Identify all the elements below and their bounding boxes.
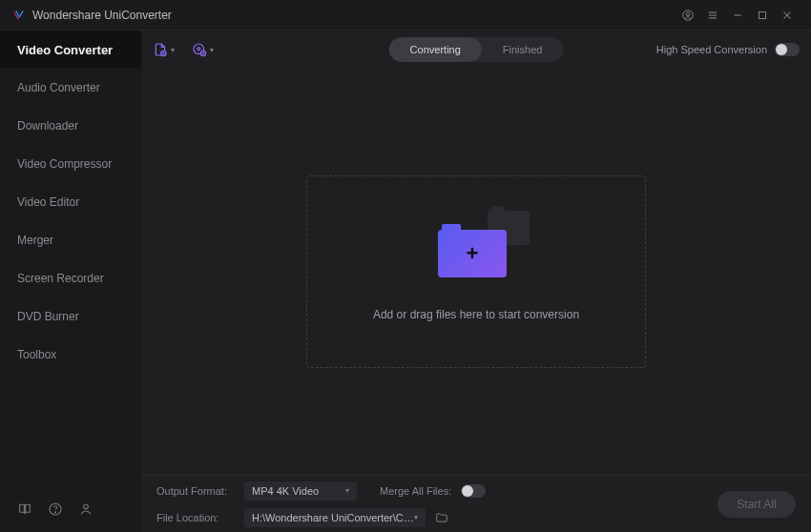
- tab-finished[interactable]: Finished: [482, 37, 564, 62]
- content-area: + Add or drag files here to start conver…: [141, 69, 811, 475]
- sidebar-item-label: DVD Burner: [17, 310, 79, 323]
- sidebar-item-label: Toolbox: [17, 348, 56, 361]
- status-tabs: Converting Finished: [389, 37, 564, 62]
- menu-icon[interactable]: [700, 3, 725, 28]
- sidebar-item-label: Merger: [17, 234, 53, 247]
- high-speed-label: High Speed Conversion: [656, 44, 767, 55]
- merge-all-toggle[interactable]: [461, 484, 486, 498]
- app-logo-icon: [11, 9, 25, 22]
- sidebar-item-label: Video Editor: [17, 195, 79, 209]
- sidebar-item-video-compressor[interactable]: Video Compressor: [0, 145, 141, 183]
- sidebar-item-label: Downloader: [17, 119, 78, 133]
- svg-rect-6: [759, 11, 766, 18]
- add-file-button[interactable]: ▾: [153, 42, 175, 57]
- output-format-label: Output Format:: [156, 485, 244, 497]
- chevron-down-icon: ▾: [414, 513, 418, 522]
- tutorial-icon[interactable]: [17, 501, 32, 517]
- svg-point-1: [686, 12, 690, 16]
- sidebar-item-toolbox[interactable]: Toolbox: [0, 336, 141, 374]
- app-title: Wondershare UniConverter: [32, 9, 676, 22]
- sidebar-item-video-converter[interactable]: Video Converter: [0, 31, 141, 69]
- chevron-down-icon: ▾: [345, 486, 349, 495]
- close-icon[interactable]: [775, 3, 800, 28]
- output-format-value: MP4 4K Video: [252, 485, 319, 497]
- svg-point-16: [198, 48, 200, 51]
- bottombar: Output Format: MP4 4K Video ▾ Merge All …: [141, 475, 811, 532]
- minimize-icon[interactable]: [725, 3, 750, 28]
- sidebar: Video Converter Audio Converter Download…: [0, 31, 141, 532]
- sidebar-item-video-editor[interactable]: Video Editor: [0, 183, 141, 221]
- file-location-label: File Location:: [156, 512, 244, 523]
- sidebar-item-dvd-burner[interactable]: DVD Burner: [0, 297, 141, 336]
- start-all-label: Start All: [737, 498, 776, 511]
- chevron-down-icon: ▾: [171, 46, 175, 54]
- open-folder-button[interactable]: [435, 511, 448, 524]
- add-disc-button[interactable]: ▾: [192, 42, 214, 57]
- dropzone[interactable]: + Add or drag files here to start conver…: [306, 175, 646, 368]
- sidebar-item-label: Screen Recorder: [17, 272, 104, 285]
- sidebar-item-label: Video Compressor: [17, 157, 112, 171]
- svg-point-10: [54, 512, 55, 513]
- dropzone-text: Add or drag files here to start conversi…: [373, 308, 579, 321]
- sidebar-item-label: Video Converter: [17, 43, 113, 57]
- add-folder-icon: +: [438, 222, 514, 283]
- sidebar-item-label: Audio Converter: [17, 81, 100, 94]
- toolbar: ▾ ▾ Converting Finished High Speed Conve…: [141, 31, 811, 69]
- main-area: ▾ ▾ Converting Finished High Speed Conve…: [141, 31, 811, 532]
- sidebar-item-screen-recorder[interactable]: Screen Recorder: [0, 259, 141, 297]
- chevron-down-icon: ▾: [210, 46, 214, 54]
- titlebar: Wondershare UniConverter: [0, 0, 811, 31]
- high-speed-toggle[interactable]: [775, 43, 800, 56]
- svg-point-11: [84, 504, 89, 509]
- tab-label: Finished: [503, 44, 543, 55]
- maximize-icon[interactable]: [750, 3, 775, 28]
- file-location-select[interactable]: H:\Wondershare UniConverter\Converted ▾: [244, 508, 426, 527]
- tab-label: Converting: [410, 44, 461, 55]
- user-icon[interactable]: [78, 501, 94, 517]
- sidebar-item-merger[interactable]: Merger: [0, 221, 141, 259]
- merge-all-label: Merge All Files:: [380, 485, 451, 497]
- help-icon[interactable]: [48, 501, 63, 517]
- tab-converting[interactable]: Converting: [389, 37, 482, 62]
- file-location-value: H:\Wondershare UniConverter\Converted: [252, 512, 414, 523]
- account-icon[interactable]: [676, 3, 700, 28]
- start-all-button[interactable]: Start All: [717, 491, 796, 518]
- sidebar-item-downloader[interactable]: Downloader: [0, 107, 141, 145]
- output-format-select[interactable]: MP4 4K Video ▾: [244, 481, 357, 501]
- sidebar-footer: [0, 490, 141, 532]
- high-speed-conversion: High Speed Conversion: [656, 43, 800, 56]
- sidebar-item-audio-converter[interactable]: Audio Converter: [0, 69, 141, 107]
